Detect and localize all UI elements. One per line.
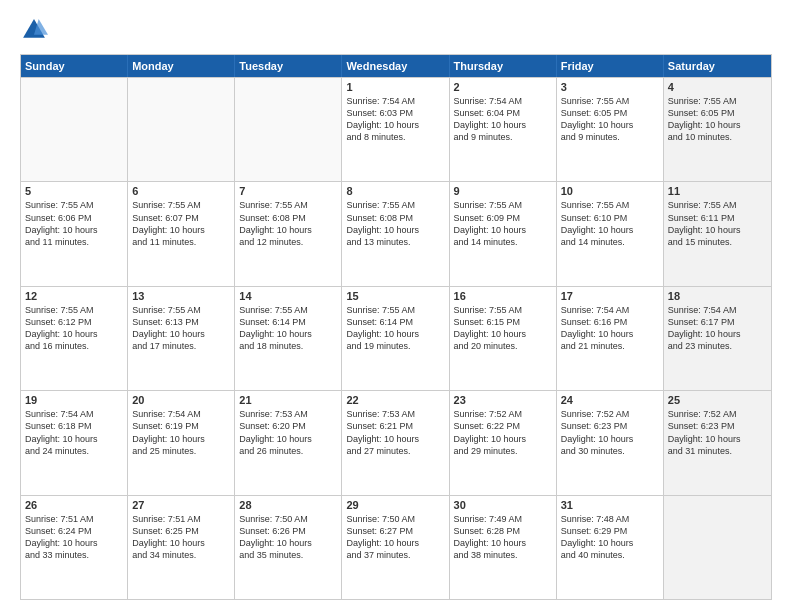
day-number: 13 <box>132 290 230 302</box>
calendar-day-cell: 19Sunrise: 7:54 AMSunset: 6:18 PMDayligh… <box>21 391 128 494</box>
day-detail: Sunrise: 7:55 AMSunset: 6:14 PMDaylight:… <box>239 304 337 353</box>
day-detail: Sunrise: 7:52 AMSunset: 6:22 PMDaylight:… <box>454 408 552 457</box>
day-number: 17 <box>561 290 659 302</box>
calendar-day-cell: 21Sunrise: 7:53 AMSunset: 6:20 PMDayligh… <box>235 391 342 494</box>
day-number: 30 <box>454 499 552 511</box>
calendar-day-cell: 27Sunrise: 7:51 AMSunset: 6:25 PMDayligh… <box>128 496 235 599</box>
calendar-day-cell <box>128 78 235 181</box>
calendar-day-cell: 30Sunrise: 7:49 AMSunset: 6:28 PMDayligh… <box>450 496 557 599</box>
calendar-day-header: Friday <box>557 55 664 77</box>
day-number: 18 <box>668 290 767 302</box>
day-detail: Sunrise: 7:55 AMSunset: 6:09 PMDaylight:… <box>454 199 552 248</box>
calendar-week-row: 1Sunrise: 7:54 AMSunset: 6:03 PMDaylight… <box>21 77 771 181</box>
day-detail: Sunrise: 7:55 AMSunset: 6:13 PMDaylight:… <box>132 304 230 353</box>
day-detail: Sunrise: 7:55 AMSunset: 6:06 PMDaylight:… <box>25 199 123 248</box>
calendar-day-cell: 22Sunrise: 7:53 AMSunset: 6:21 PMDayligh… <box>342 391 449 494</box>
calendar-day-cell: 20Sunrise: 7:54 AMSunset: 6:19 PMDayligh… <box>128 391 235 494</box>
day-detail: Sunrise: 7:53 AMSunset: 6:21 PMDaylight:… <box>346 408 444 457</box>
day-number: 20 <box>132 394 230 406</box>
calendar-day-cell: 16Sunrise: 7:55 AMSunset: 6:15 PMDayligh… <box>450 287 557 390</box>
calendar-day-cell: 31Sunrise: 7:48 AMSunset: 6:29 PMDayligh… <box>557 496 664 599</box>
day-number: 22 <box>346 394 444 406</box>
day-detail: Sunrise: 7:52 AMSunset: 6:23 PMDaylight:… <box>561 408 659 457</box>
calendar-day-cell: 14Sunrise: 7:55 AMSunset: 6:14 PMDayligh… <box>235 287 342 390</box>
calendar-day-cell: 4Sunrise: 7:55 AMSunset: 6:05 PMDaylight… <box>664 78 771 181</box>
calendar-body: 1Sunrise: 7:54 AMSunset: 6:03 PMDaylight… <box>21 77 771 599</box>
day-number: 4 <box>668 81 767 93</box>
logo-icon <box>20 16 48 44</box>
calendar-day-cell: 8Sunrise: 7:55 AMSunset: 6:08 PMDaylight… <box>342 182 449 285</box>
day-detail: Sunrise: 7:55 AMSunset: 6:12 PMDaylight:… <box>25 304 123 353</box>
calendar-day-header: Wednesday <box>342 55 449 77</box>
day-number: 29 <box>346 499 444 511</box>
calendar-header-row: SundayMondayTuesdayWednesdayThursdayFrid… <box>21 55 771 77</box>
day-detail: Sunrise: 7:54 AMSunset: 6:17 PMDaylight:… <box>668 304 767 353</box>
day-detail: Sunrise: 7:53 AMSunset: 6:20 PMDaylight:… <box>239 408 337 457</box>
logo <box>20 16 52 44</box>
day-detail: Sunrise: 7:54 AMSunset: 6:19 PMDaylight:… <box>132 408 230 457</box>
calendar-day-cell: 1Sunrise: 7:54 AMSunset: 6:03 PMDaylight… <box>342 78 449 181</box>
day-detail: Sunrise: 7:55 AMSunset: 6:14 PMDaylight:… <box>346 304 444 353</box>
calendar-day-cell: 7Sunrise: 7:55 AMSunset: 6:08 PMDaylight… <box>235 182 342 285</box>
day-number: 7 <box>239 185 337 197</box>
calendar-day-cell: 12Sunrise: 7:55 AMSunset: 6:12 PMDayligh… <box>21 287 128 390</box>
day-number: 3 <box>561 81 659 93</box>
day-number: 12 <box>25 290 123 302</box>
day-number: 11 <box>668 185 767 197</box>
day-number: 25 <box>668 394 767 406</box>
day-number: 16 <box>454 290 552 302</box>
calendar-day-header: Tuesday <box>235 55 342 77</box>
day-detail: Sunrise: 7:54 AMSunset: 6:16 PMDaylight:… <box>561 304 659 353</box>
calendar-day-cell: 2Sunrise: 7:54 AMSunset: 6:04 PMDaylight… <box>450 78 557 181</box>
day-detail: Sunrise: 7:55 AMSunset: 6:11 PMDaylight:… <box>668 199 767 248</box>
day-number: 6 <box>132 185 230 197</box>
day-number: 19 <box>25 394 123 406</box>
day-number: 23 <box>454 394 552 406</box>
day-number: 15 <box>346 290 444 302</box>
calendar-day-cell: 11Sunrise: 7:55 AMSunset: 6:11 PMDayligh… <box>664 182 771 285</box>
calendar-day-cell: 17Sunrise: 7:54 AMSunset: 6:16 PMDayligh… <box>557 287 664 390</box>
day-detail: Sunrise: 7:50 AMSunset: 6:27 PMDaylight:… <box>346 513 444 562</box>
calendar-day-cell <box>235 78 342 181</box>
day-detail: Sunrise: 7:49 AMSunset: 6:28 PMDaylight:… <box>454 513 552 562</box>
calendar-day-header: Monday <box>128 55 235 77</box>
day-number: 24 <box>561 394 659 406</box>
calendar-day-cell: 26Sunrise: 7:51 AMSunset: 6:24 PMDayligh… <box>21 496 128 599</box>
day-number: 8 <box>346 185 444 197</box>
calendar-day-header: Saturday <box>664 55 771 77</box>
day-detail: Sunrise: 7:55 AMSunset: 6:08 PMDaylight:… <box>239 199 337 248</box>
day-detail: Sunrise: 7:54 AMSunset: 6:18 PMDaylight:… <box>25 408 123 457</box>
page: SundayMondayTuesdayWednesdayThursdayFrid… <box>0 0 792 612</box>
day-detail: Sunrise: 7:54 AMSunset: 6:03 PMDaylight:… <box>346 95 444 144</box>
day-number: 14 <box>239 290 337 302</box>
calendar-week-row: 5Sunrise: 7:55 AMSunset: 6:06 PMDaylight… <box>21 181 771 285</box>
day-detail: Sunrise: 7:55 AMSunset: 6:05 PMDaylight:… <box>561 95 659 144</box>
calendar-day-cell: 5Sunrise: 7:55 AMSunset: 6:06 PMDaylight… <box>21 182 128 285</box>
calendar-day-cell <box>21 78 128 181</box>
day-detail: Sunrise: 7:52 AMSunset: 6:23 PMDaylight:… <box>668 408 767 457</box>
calendar-day-cell: 13Sunrise: 7:55 AMSunset: 6:13 PMDayligh… <box>128 287 235 390</box>
header <box>20 16 772 44</box>
day-number: 26 <box>25 499 123 511</box>
day-detail: Sunrise: 7:48 AMSunset: 6:29 PMDaylight:… <box>561 513 659 562</box>
calendar-day-cell: 24Sunrise: 7:52 AMSunset: 6:23 PMDayligh… <box>557 391 664 494</box>
calendar-day-cell <box>664 496 771 599</box>
calendar-week-row: 19Sunrise: 7:54 AMSunset: 6:18 PMDayligh… <box>21 390 771 494</box>
calendar-week-row: 26Sunrise: 7:51 AMSunset: 6:24 PMDayligh… <box>21 495 771 599</box>
day-detail: Sunrise: 7:51 AMSunset: 6:24 PMDaylight:… <box>25 513 123 562</box>
day-number: 5 <box>25 185 123 197</box>
day-number: 2 <box>454 81 552 93</box>
day-number: 1 <box>346 81 444 93</box>
day-detail: Sunrise: 7:55 AMSunset: 6:07 PMDaylight:… <box>132 199 230 248</box>
calendar-day-header: Thursday <box>450 55 557 77</box>
calendar-week-row: 12Sunrise: 7:55 AMSunset: 6:12 PMDayligh… <box>21 286 771 390</box>
day-detail: Sunrise: 7:55 AMSunset: 6:05 PMDaylight:… <box>668 95 767 144</box>
calendar-day-header: Sunday <box>21 55 128 77</box>
calendar-day-cell: 15Sunrise: 7:55 AMSunset: 6:14 PMDayligh… <box>342 287 449 390</box>
calendar-day-cell: 9Sunrise: 7:55 AMSunset: 6:09 PMDaylight… <box>450 182 557 285</box>
day-detail: Sunrise: 7:51 AMSunset: 6:25 PMDaylight:… <box>132 513 230 562</box>
calendar-day-cell: 10Sunrise: 7:55 AMSunset: 6:10 PMDayligh… <box>557 182 664 285</box>
day-number: 9 <box>454 185 552 197</box>
day-number: 31 <box>561 499 659 511</box>
day-detail: Sunrise: 7:55 AMSunset: 6:15 PMDaylight:… <box>454 304 552 353</box>
